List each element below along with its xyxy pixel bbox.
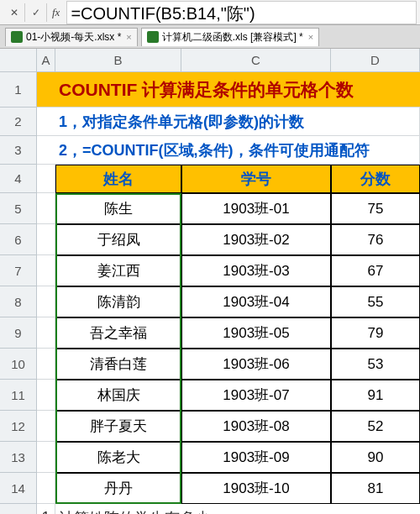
- cell-id[interactable]: 1903班-03: [181, 255, 331, 286]
- row-header[interactable]: 7: [0, 255, 37, 286]
- cell-score[interactable]: 67: [331, 255, 420, 286]
- cell[interactable]: [37, 317, 55, 349]
- cell-id[interactable]: 1903班-10: [181, 473, 331, 504]
- doc-tab-2[interactable]: 计算机二级函数.xls [兼容模式] * ×: [141, 28, 319, 46]
- doc-tab-label: 01-小视频-每天.xlsx *: [26, 30, 121, 45]
- row-header[interactable]: 15: [0, 504, 37, 514]
- cell-score[interactable]: 79: [331, 317, 420, 349]
- cell-name[interactable]: 清香白莲: [55, 349, 181, 380]
- cell[interactable]: [37, 255, 55, 286]
- confirm-icon[interactable]: ✓: [25, 3, 47, 22]
- cell-name[interactable]: 吾之幸福: [55, 317, 181, 349]
- cell-sub1[interactable]: 1，对指定条件单元格(即参数)的计数: [55, 108, 420, 136]
- cell[interactable]: [37, 108, 55, 136]
- cell[interactable]: [37, 380, 55, 411]
- cell[interactable]: [37, 411, 55, 442]
- cell[interactable]: [37, 442, 55, 473]
- document-tabs: 01-小视频-每天.xlsx * × 计算机二级函数.xls [兼容模式] * …: [0, 25, 420, 49]
- row-header[interactable]: 6: [0, 224, 37, 255]
- cell-id[interactable]: 1903班-01: [181, 193, 331, 224]
- cell-id[interactable]: 1903班-08: [181, 411, 331, 442]
- cell-score[interactable]: 52: [331, 411, 420, 442]
- col-header-C[interactable]: C: [181, 49, 331, 72]
- cell[interactable]: [37, 165, 55, 193]
- cell-score[interactable]: 53: [331, 349, 420, 380]
- row-header[interactable]: 14: [0, 473, 37, 504]
- formula-input[interactable]: =COUNTIF(B5:B14,"陈"): [66, 1, 417, 24]
- doc-tab-1[interactable]: 01-小视频-每天.xlsx * ×: [5, 28, 138, 46]
- cell-header-score[interactable]: 分数: [331, 165, 420, 193]
- doc-tab-label: 计算机二级函数.xls [兼容模式] *: [162, 30, 303, 45]
- close-icon[interactable]: ×: [126, 32, 131, 42]
- cell-header-id[interactable]: 学号: [181, 165, 331, 193]
- row-header[interactable]: 3: [0, 136, 37, 165]
- cell-name[interactable]: 陈生: [55, 193, 181, 224]
- select-all-corner[interactable]: [0, 49, 37, 72]
- cell-id[interactable]: 1903班-04: [181, 286, 331, 317]
- cell-score[interactable]: 91: [331, 380, 420, 411]
- cell-name[interactable]: 姜江西: [55, 255, 181, 286]
- col-header-D[interactable]: D: [331, 49, 420, 72]
- cell-id[interactable]: 1903班-06: [181, 349, 331, 380]
- cell[interactable]: [37, 473, 55, 504]
- row-header[interactable]: 1: [0, 72, 37, 108]
- cell-id[interactable]: 1903班-05: [181, 317, 331, 349]
- row-header[interactable]: 9: [0, 317, 37, 349]
- row-header[interactable]: 8: [0, 286, 37, 317]
- cell-score[interactable]: 81: [331, 473, 420, 504]
- col-header-A[interactable]: A: [37, 49, 55, 72]
- excel-icon: [147, 31, 159, 43]
- cell-title[interactable]: COUNTIF 计算满足条件的单元格个数: [55, 72, 420, 108]
- cell-name[interactable]: 丹丹: [55, 473, 181, 504]
- formula-bar: ✕ ✓ fx =COUNTIF(B5:B14,"陈"): [0, 0, 420, 25]
- cell-sub2[interactable]: 2，=COUNTIF(区域,条件)，条件可使用通配符: [55, 136, 420, 165]
- close-icon[interactable]: ×: [308, 32, 313, 42]
- cell-name[interactable]: 于绍凤: [55, 224, 181, 255]
- cell-id[interactable]: 1903班-07: [181, 380, 331, 411]
- row-header[interactable]: 2: [0, 108, 37, 136]
- row-header[interactable]: 4: [0, 165, 37, 193]
- row-header[interactable]: 10: [0, 349, 37, 380]
- cell-score[interactable]: 55: [331, 286, 420, 317]
- cell[interactable]: [37, 286, 55, 317]
- cell[interactable]: [37, 349, 55, 380]
- cell-score[interactable]: 90: [331, 442, 420, 473]
- cell-name[interactable]: 陈老大: [55, 442, 181, 473]
- cell-bottom[interactable]: 计算姓陈的学生有多少: [55, 504, 420, 514]
- cell[interactable]: 1: [37, 504, 55, 514]
- cell[interactable]: [37, 72, 55, 108]
- cell-score[interactable]: 75: [331, 193, 420, 224]
- cell-id[interactable]: 1903班-09: [181, 442, 331, 473]
- cell-name[interactable]: 林国庆: [55, 380, 181, 411]
- cell[interactable]: [37, 136, 55, 165]
- cell-score[interactable]: 76: [331, 224, 420, 255]
- col-header-B[interactable]: B: [55, 49, 181, 72]
- row-header[interactable]: 13: [0, 442, 37, 473]
- row-header[interactable]: 5: [0, 193, 37, 224]
- cell[interactable]: [37, 193, 55, 224]
- excel-icon: [11, 31, 23, 43]
- spreadsheet-grid[interactable]: A B C D 1 COUNTIF 计算满足条件的单元格个数 2 1，对指定条件…: [0, 49, 420, 514]
- cancel-icon[interactable]: ✕: [3, 3, 25, 22]
- fx-icon[interactable]: fx: [47, 6, 65, 19]
- cell-name[interactable]: 胖子夏天: [55, 411, 181, 442]
- cell-header-name[interactable]: 姓名: [55, 165, 181, 193]
- row-header[interactable]: 11: [0, 380, 37, 411]
- cell-id[interactable]: 1903班-02: [181, 224, 331, 255]
- cell[interactable]: [37, 224, 55, 255]
- cell-name[interactable]: 陈清韵: [55, 286, 181, 317]
- row-header[interactable]: 12: [0, 411, 37, 442]
